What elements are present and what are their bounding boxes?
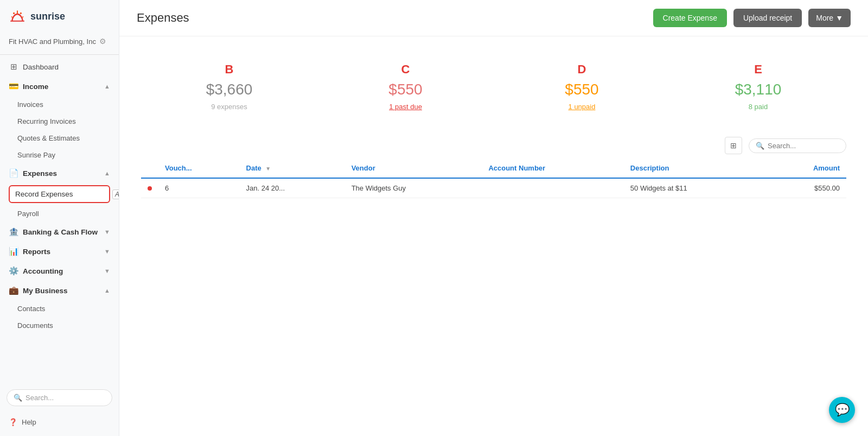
stat-b-label: 9 expenses	[211, 103, 247, 111]
col-date[interactable]: Date ▼	[240, 159, 345, 178]
row-voucher: 6	[158, 178, 240, 198]
stat-d-letter: D	[578, 62, 586, 77]
stat-total: B $3,660 9 expenses	[181, 54, 278, 119]
svg-point-1	[20, 12, 22, 14]
stat-c-letter: C	[401, 62, 410, 77]
help-icon: ❓	[9, 418, 17, 426]
col-voucher[interactable]: Vouch...	[158, 159, 240, 178]
company-name: Fit HVAC and Plumbing, Inc	[9, 37, 96, 46]
table-toolbar: ⊞ 🔍	[141, 137, 846, 154]
sidebar-item-documents[interactable]: Documents	[0, 317, 119, 334]
more-chevron-icon: ▼	[835, 14, 843, 22]
col-dot	[141, 159, 158, 178]
stat-unpaid: D $550 1 unpaid	[533, 54, 631, 119]
stat-b-letter: B	[225, 62, 234, 77]
sidebar-search-box[interactable]: 🔍 Search...	[7, 389, 112, 406]
banking-chevron: ▼	[104, 229, 110, 235]
stat-e-amount: $3,110	[735, 81, 782, 98]
page-title: Expenses	[137, 11, 647, 25]
sidebar: sunrise Fit HVAC and Plumbing, Inc ⚙ ⊞ D…	[0, 0, 119, 436]
main-header: Expenses Create Expense Upload receipt M…	[119, 0, 868, 36]
sidebar-item-dashboard[interactable]: ⊞ Dashboard	[0, 57, 119, 77]
sidebar-section-my-business[interactable]: 💼 My Business ▲	[0, 281, 119, 300]
chat-icon: 💬	[835, 403, 850, 417]
income-chevron: ▲	[104, 83, 110, 90]
company-selector[interactable]: Fit HVAC and Plumbing, Inc ⚙	[0, 33, 119, 52]
reports-icon: 📊	[9, 247, 18, 256]
upload-receipt-button[interactable]: Upload receipt	[733, 9, 802, 27]
svg-point-0	[13, 12, 15, 14]
stat-e-letter: E	[754, 62, 762, 77]
row-status-dot	[148, 186, 152, 191]
row-vendor: The Widgets Guy	[345, 178, 482, 198]
stat-past-due: C $550 1 past due	[357, 54, 455, 119]
sidebar-section-reports[interactable]: 📊 Reports ▼	[0, 242, 119, 261]
sunrise-logo-icon	[9, 9, 26, 24]
sidebar-divider-top	[0, 54, 119, 55]
main-content: Expenses Create Expense Upload receipt M…	[119, 0, 868, 436]
stat-paid: E $3,110 8 paid	[710, 54, 807, 119]
accounting-chevron: ▼	[104, 268, 110, 274]
stats-row: B $3,660 9 expenses C $550 1 past due D …	[141, 54, 846, 119]
create-expense-button[interactable]: Create Expense	[653, 9, 727, 27]
logo-text: sunrise	[30, 11, 65, 22]
sidebar-item-contacts[interactable]: Contacts	[0, 300, 119, 317]
row-account	[482, 178, 623, 198]
sidebar-item-recurring-invoices[interactable]: Recurring Invoices	[0, 113, 119, 130]
col-description[interactable]: Description	[624, 159, 766, 178]
row-description: 50 Widgets at $11	[624, 178, 766, 198]
reports-chevron: ▼	[104, 248, 110, 255]
income-icon: 💳	[9, 81, 18, 91]
columns-toggle-button[interactable]: ⊞	[725, 137, 742, 154]
stat-e-label[interactable]: 8 paid	[749, 103, 768, 111]
stat-d-label[interactable]: 1 unpaid	[569, 103, 596, 111]
settings-icon[interactable]: ⚙	[99, 37, 106, 46]
sidebar-search-icon: 🔍	[14, 394, 22, 402]
chat-bubble-button[interactable]: 💬	[829, 397, 855, 423]
sidebar-item-quotes-estimates[interactable]: Quotes & Estimates	[0, 130, 119, 147]
columns-icon: ⊞	[730, 141, 737, 150]
row-date: Jan. 24 20...	[240, 178, 345, 198]
my-business-icon: 💼	[9, 286, 18, 295]
sidebar-section-expenses[interactable]: 📄 Expenses ▲	[0, 163, 119, 183]
annotation-a: A	[112, 189, 119, 199]
stat-c-amount: $550	[388, 81, 422, 98]
col-account[interactable]: Account Number	[482, 159, 623, 178]
main-body: B $3,660 9 expenses C $550 1 past due D …	[119, 36, 868, 436]
stat-c-label[interactable]: 1 past due	[389, 103, 422, 111]
row-status-dot-cell	[141, 178, 158, 198]
sidebar-section-income[interactable]: 💳 Income ▲	[0, 77, 119, 96]
sidebar-section-accounting[interactable]: ⚙️ Accounting ▼	[0, 261, 119, 281]
col-vendor[interactable]: Vendor	[345, 159, 482, 178]
stat-d-amount: $550	[565, 81, 598, 98]
row-amount: $550.00	[765, 178, 846, 198]
banking-icon: 🏦	[9, 227, 18, 237]
my-business-chevron: ▲	[104, 287, 110, 294]
col-amount[interactable]: Amount	[765, 159, 846, 178]
dashboard-icon: ⊞	[9, 62, 18, 72]
date-sort-icon: ▼	[265, 166, 271, 172]
sidebar-help[interactable]: ❓ Help	[0, 413, 119, 432]
logo-area: sunrise	[0, 0, 119, 33]
sidebar-item-sunrise-pay[interactable]: Sunrise Pay	[0, 147, 119, 163]
sidebar-section-banking[interactable]: 🏦 Banking & Cash Flow ▼	[0, 222, 119, 242]
table-search-input[interactable]	[768, 142, 839, 150]
expenses-icon: 📄	[9, 168, 18, 178]
sidebar-search-placeholder: Search...	[25, 394, 54, 402]
table-search-icon: 🔍	[756, 142, 764, 150]
sidebar-item-invoices[interactable]: Invoices	[0, 96, 119, 113]
table-search-box[interactable]: 🔍	[749, 138, 846, 153]
more-button[interactable]: More ▼	[808, 9, 851, 27]
stat-b-amount: $3,660	[206, 81, 253, 98]
table-row[interactable]: 6 Jan. 24 20... The Widgets Guy 50 Widge…	[141, 178, 846, 198]
expenses-table: Vouch... Date ▼ Vendor Account Number De…	[141, 159, 846, 198]
table-header-row: Vouch... Date ▼ Vendor Account Number De…	[141, 159, 846, 178]
sidebar-item-payroll[interactable]: Payroll	[0, 205, 119, 222]
accounting-icon: ⚙️	[9, 266, 18, 276]
expenses-chevron: ▲	[104, 170, 110, 176]
sidebar-item-record-expenses[interactable]: Record Expenses A	[9, 185, 110, 203]
